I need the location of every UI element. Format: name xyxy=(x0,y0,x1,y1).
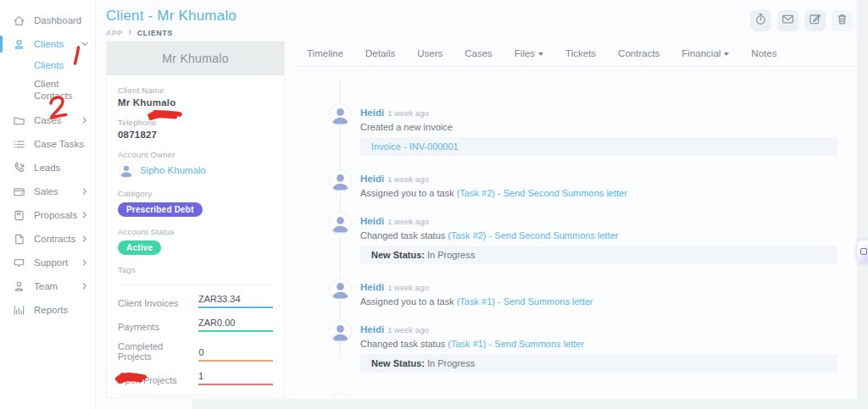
stat-value: 1 xyxy=(198,371,273,385)
sidebar-item-label: Leads xyxy=(34,163,60,173)
dropdown-caret-icon xyxy=(538,53,543,56)
sidebar-item-case-tasks[interactable]: Case Tasks xyxy=(0,132,95,156)
telephone-label: Telephone xyxy=(118,118,273,127)
main-content: Client - Mr Khumalo APP CLIENTS Mr Khuma… xyxy=(96,0,868,409)
account-owner-link[interactable]: Sipho Khumalo xyxy=(140,165,206,175)
tab-cases[interactable]: Cases xyxy=(465,48,492,58)
phone-icon xyxy=(12,161,25,174)
avatar xyxy=(329,169,352,192)
wallet-icon xyxy=(12,185,25,198)
sidebar-item-label: Sales xyxy=(34,186,58,196)
sidebar-item-cases[interactable]: Cases xyxy=(0,108,95,132)
stat-label: Client Invoices xyxy=(118,298,179,308)
sidebar-item-proposals[interactable]: Proposals xyxy=(0,203,95,227)
sidebar-item-leads[interactable]: Leads xyxy=(0,156,95,180)
stat-row: Completed Projects 0 xyxy=(118,341,273,362)
chevron-right-icon xyxy=(81,212,88,218)
divider xyxy=(118,395,273,395)
delete-button[interactable] xyxy=(832,10,853,31)
timeline-status-bar: New Status:In Progress xyxy=(360,354,837,373)
client-summary-card: Mr Khumalo Client Name Mr Khumalo Teleph… xyxy=(106,41,285,398)
stat-row: Open Projects 1 xyxy=(118,371,273,385)
timeline-user[interactable]: Heidi xyxy=(360,324,384,334)
status-label: New Status: xyxy=(371,358,425,368)
stopwatch-button[interactable] xyxy=(750,10,771,31)
avatar xyxy=(329,278,352,301)
breadcrumb-root[interactable]: APP xyxy=(106,29,123,37)
avatar xyxy=(329,212,352,235)
mail-icon xyxy=(782,13,794,29)
sidebar: Dashboard Clients Clients Client Contact… xyxy=(0,0,96,409)
sidebar-item-dashboard[interactable]: Dashboard xyxy=(0,8,95,32)
task-link[interactable]: (Task #1) - Send Summons letter xyxy=(448,339,584,349)
sidebar-subitem-clients[interactable]: Clients xyxy=(34,56,86,75)
stat-value: 0 xyxy=(198,347,273,362)
scrollbar-track[interactable] xyxy=(857,0,868,409)
chevron-right-icon xyxy=(81,117,88,124)
task-link[interactable]: (Task #2) - Send Second Summons letter xyxy=(457,188,627,198)
page-background xyxy=(192,399,857,409)
timeline-user[interactable]: Heidi xyxy=(360,174,384,184)
stat-value: ZAR0.00 xyxy=(198,318,273,332)
sidebar-item-label: Proposals xyxy=(34,210,77,220)
timeline-action: Assigned you to a task xyxy=(360,188,454,198)
status-value: In Progress xyxy=(427,250,475,260)
timeline-entry: Heidi1 week ago Created a new invoice In… xyxy=(329,103,837,156)
sidebar-item-label: Cases xyxy=(34,115,62,125)
sidebar-item-sales[interactable]: Sales xyxy=(0,180,95,203)
tab-files[interactable]: Files xyxy=(515,48,543,58)
folder-icon xyxy=(12,113,25,127)
breadcrumb: APP CLIENTS xyxy=(106,29,236,37)
tab-notes[interactable]: Notes xyxy=(751,48,776,58)
tab-timeline[interactable]: Timeline xyxy=(307,48,343,58)
timeline-user[interactable]: Heidi xyxy=(360,216,384,226)
sidebar-item-team[interactable]: Team xyxy=(0,274,95,298)
avatar xyxy=(329,393,352,398)
sidebar-subitem-client-contacts[interactable]: Client Contacts xyxy=(34,75,86,105)
sidebar-item-label: Support xyxy=(34,257,68,268)
status-label: New Status: xyxy=(371,250,425,260)
task-list-icon xyxy=(12,137,25,151)
floating-widget-button[interactable] xyxy=(856,240,868,263)
timeline-entry: Heidi1 week ago Assigned you to a task(T… xyxy=(329,169,837,198)
timeline-user[interactable]: Heidi xyxy=(360,108,384,118)
chevron-right-icon xyxy=(81,235,88,242)
page-header: Client - Mr Khumalo APP CLIENTS xyxy=(106,8,236,37)
status-value: In Progress xyxy=(427,358,475,368)
timeline-entry: Heidi1 week ago Changed task status(Task… xyxy=(329,212,837,264)
client-detail-panel: Timeline Details Users Cases Files Ticke… xyxy=(297,41,856,398)
sidebar-item-clients[interactable]: Clients xyxy=(0,32,95,56)
timeline-entry: Heidi1 week ago Created a new case Presc… xyxy=(329,393,837,398)
client-card-title: Mr Khumalo xyxy=(107,41,284,75)
timeline-user[interactable]: Heidi xyxy=(360,282,384,292)
tab-contracts[interactable]: Contracts xyxy=(618,48,659,58)
chevron-down-icon xyxy=(81,41,88,47)
avatar xyxy=(329,103,352,126)
breadcrumb-current: CLIENTS xyxy=(137,29,173,37)
tab-details[interactable]: Details xyxy=(365,48,395,58)
tab-tickets[interactable]: Tickets xyxy=(565,48,596,58)
chevron-right-icon xyxy=(81,259,88,266)
sidebar-item-label: Team xyxy=(34,281,58,291)
status-badge: Active xyxy=(118,240,161,255)
mail-button[interactable] xyxy=(777,10,798,31)
stat-row: Client Invoices ZAR33.34 xyxy=(118,294,273,308)
header-toolbar xyxy=(750,10,853,31)
trash-icon xyxy=(836,13,849,29)
task-link[interactable]: (Task #2) - Send Second Summons letter xyxy=(448,230,618,240)
invoice-link[interactable]: Invoice - INV-000001 xyxy=(371,141,459,152)
sidebar-item-support[interactable]: Support xyxy=(0,251,95,274)
stat-value: ZAR33.34 xyxy=(198,294,273,308)
timeline-user[interactable]: Heidi xyxy=(360,397,384,398)
edit-button[interactable] xyxy=(804,10,826,31)
sidebar-item-reports[interactable]: Reports xyxy=(0,298,95,322)
timeline-action: Assigned you to a task xyxy=(360,296,454,307)
sidebar-item-contracts[interactable]: Contracts xyxy=(0,227,95,251)
chat-icon xyxy=(12,256,25,269)
tab-financial[interactable]: Financial xyxy=(682,48,729,58)
task-link[interactable]: (Task #1) - Send Summons letter xyxy=(457,296,593,307)
tab-users[interactable]: Users xyxy=(417,48,442,58)
sidebar-item-label: Clients xyxy=(34,39,64,49)
page-title: Client - Mr Khumalo xyxy=(106,8,236,25)
timeline-status-bar: New Status:In Progress xyxy=(360,246,837,264)
